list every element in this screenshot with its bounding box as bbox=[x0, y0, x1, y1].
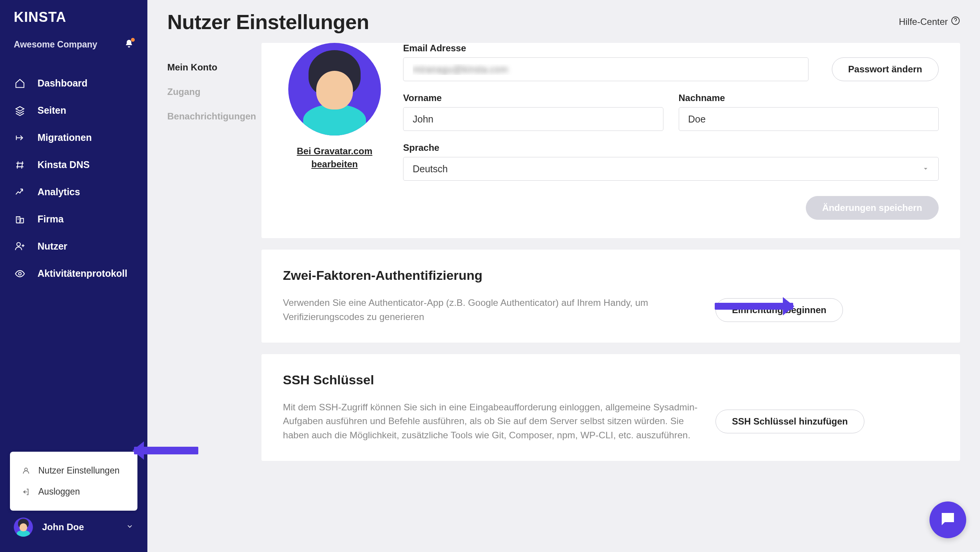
building-icon bbox=[14, 214, 26, 225]
panel-account: Bei Gravatar.com bearbeiten Email Adress… bbox=[261, 43, 960, 238]
content-row: Mein Konto Zugang Benachrichtigungen Bei… bbox=[167, 43, 960, 461]
sidebar-item-dashboard[interactable]: Dashboard bbox=[0, 70, 147, 97]
change-password-button[interactable]: Passwort ändern bbox=[832, 57, 939, 81]
subnav: Mein Konto Zugang Benachrichtigungen bbox=[167, 43, 259, 461]
avatar-small bbox=[14, 518, 33, 537]
nav-list: Dashboard Seiten Migrationen Kinsta DNS … bbox=[0, 60, 147, 287]
arrow-right-icon bbox=[14, 132, 26, 143]
nav-label: Seiten bbox=[38, 105, 66, 116]
chevron-down-icon bbox=[922, 163, 929, 175]
firstname-label: Vorname bbox=[403, 93, 663, 103]
gravatar-edit-link[interactable]: Bei Gravatar.com bearbeiten bbox=[283, 145, 386, 170]
user-menu-popup: Nutzer Einstellungen Ausloggen bbox=[10, 452, 137, 511]
dns-icon bbox=[14, 160, 26, 170]
bell-icon bbox=[124, 43, 134, 49]
chevron-down-icon bbox=[126, 523, 134, 532]
popup-label: Ausloggen bbox=[38, 487, 80, 497]
nav-label: Nutzer bbox=[38, 241, 67, 252]
twofa-desc: Verwenden Sie eine Authenticator-App (z.… bbox=[283, 296, 704, 324]
help-center-link[interactable]: Hilfe-Center bbox=[899, 16, 960, 28]
add-ssh-key-button[interactable]: SSH Schlüssel hinzufügen bbox=[715, 410, 864, 433]
popup-label: Nutzer Einstellungen bbox=[38, 465, 119, 476]
main: Nutzer Einstellungen Hilfe-Center Mein K… bbox=[147, 0, 980, 552]
nav-label: Firma bbox=[38, 214, 64, 225]
svg-point-1 bbox=[24, 468, 27, 470]
user-icon bbox=[21, 467, 31, 475]
notifications-bell[interactable] bbox=[124, 39, 134, 50]
sidebar-item-migrations[interactable]: Migrationen bbox=[0, 124, 147, 151]
subnav-my-account[interactable]: Mein Konto bbox=[167, 55, 259, 80]
callout-arrow-icon bbox=[134, 447, 198, 454]
notification-dot-icon bbox=[131, 38, 135, 42]
panel-stack: Bei Gravatar.com bearbeiten Email Adress… bbox=[261, 43, 960, 461]
lastname-label: Nachname bbox=[679, 93, 939, 103]
language-select[interactable]: Deutsch bbox=[403, 157, 939, 181]
sidebar-item-dns[interactable]: Kinsta DNS bbox=[0, 151, 147, 178]
company-row: Awesome Company bbox=[0, 32, 147, 60]
avatar-column: Bei Gravatar.com bearbeiten bbox=[283, 43, 386, 181]
email-label: Email Adresse bbox=[403, 43, 808, 54]
user-footer[interactable]: John Doe bbox=[0, 507, 147, 552]
lastname-input[interactable] bbox=[679, 107, 939, 131]
svg-point-0 bbox=[19, 272, 21, 275]
language-label: Sprache bbox=[403, 142, 939, 153]
layers-icon bbox=[14, 105, 26, 116]
question-circle-icon bbox=[951, 16, 960, 28]
panel-twofa: Zwei-Faktoren-Authentifizierung Verwende… bbox=[261, 250, 960, 343]
help-label: Hilfe-Center bbox=[899, 16, 948, 27]
user-plus-icon bbox=[14, 241, 26, 252]
sidebar-header: KINSTA bbox=[0, 0, 147, 32]
nav-label: Analytics bbox=[38, 186, 80, 198]
sidebar-item-company[interactable]: Firma bbox=[0, 206, 147, 233]
nav-label: Migrationen bbox=[38, 132, 92, 143]
eye-icon bbox=[14, 268, 26, 279]
popup-logout[interactable]: Ausloggen bbox=[10, 481, 137, 502]
sidebar: KINSTA Awesome Company Dashboard Seiten … bbox=[0, 0, 147, 552]
nav-label: Dashboard bbox=[38, 78, 88, 89]
nav-label: Kinsta DNS bbox=[38, 159, 90, 170]
email-input[interactable] bbox=[403, 57, 808, 81]
avatar-large bbox=[288, 43, 381, 136]
logout-icon bbox=[21, 488, 31, 496]
ssh-desc: Mit dem SSH-Zugriff können Sie sich in e… bbox=[283, 400, 704, 443]
callout-arrow-icon bbox=[715, 303, 793, 310]
sidebar-item-analytics[interactable]: Analytics bbox=[0, 178, 147, 206]
setup-2fa-button[interactable]: Einrichtung beginnen bbox=[715, 298, 843, 322]
firstname-input[interactable] bbox=[403, 107, 663, 131]
chat-icon bbox=[939, 510, 957, 530]
sidebar-item-sites[interactable]: Seiten bbox=[0, 97, 147, 124]
chat-button[interactable] bbox=[929, 501, 966, 538]
save-changes-button: Änderungen speichern bbox=[806, 196, 939, 220]
page-title: Nutzer Einstellungen bbox=[167, 10, 369, 34]
sidebar-item-users[interactable]: Nutzer bbox=[0, 233, 147, 260]
subnav-access[interactable]: Zugang bbox=[167, 80, 259, 104]
footer-username: John Doe bbox=[42, 522, 117, 532]
brand-logo[interactable]: KINSTA bbox=[14, 9, 134, 25]
panel-ssh: SSH Schlüssel Mit dem SSH-Zugriff können… bbox=[261, 354, 960, 461]
twofa-title: Zwei-Faktoren-Authentifizierung bbox=[283, 268, 939, 283]
form-column: Email Adresse Passwort ändern Vorname bbox=[403, 43, 939, 181]
ssh-title: SSH Schlüssel bbox=[283, 372, 939, 387]
sidebar-item-activity[interactable]: Aktivitätenprotokoll bbox=[0, 260, 147, 287]
subnav-notifications[interactable]: Benachrichtigungen bbox=[167, 104, 259, 129]
language-value: Deutsch bbox=[413, 163, 448, 175]
nav-label: Aktivitätenprotokoll bbox=[38, 268, 127, 279]
company-name: Awesome Company bbox=[14, 39, 97, 50]
home-icon bbox=[14, 78, 26, 89]
popup-user-settings[interactable]: Nutzer Einstellungen bbox=[10, 460, 137, 481]
main-header: Nutzer Einstellungen Hilfe-Center bbox=[167, 10, 960, 34]
trend-icon bbox=[14, 187, 26, 198]
